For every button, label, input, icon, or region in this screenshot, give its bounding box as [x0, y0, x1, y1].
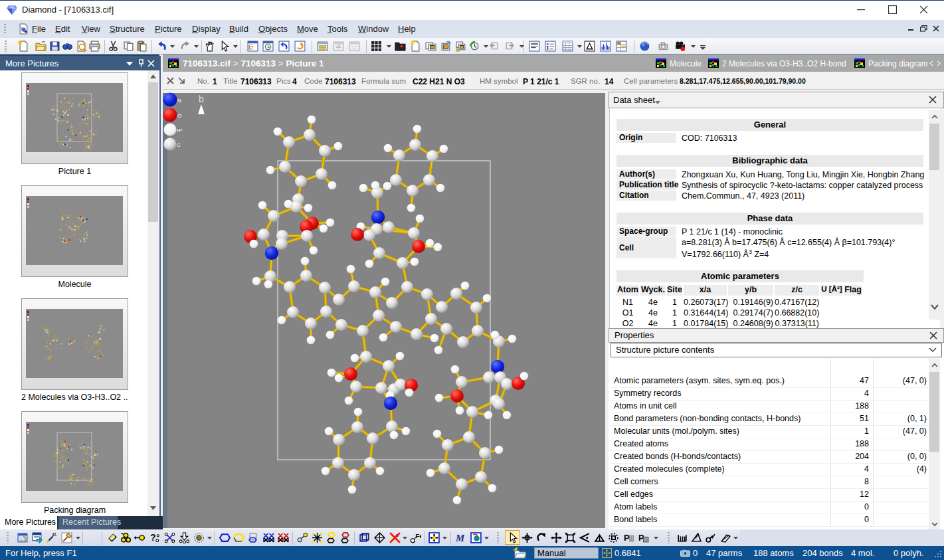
- svg-text:O: O: [177, 113, 181, 119]
- svg-text:C: C: [177, 142, 181, 148]
- svg-text:b: b: [199, 94, 204, 104]
- svg-text:P: P: [624, 533, 630, 543]
- svg-text:Fe: Fe: [416, 532, 422, 539]
- svg-text:N: N: [177, 98, 181, 104]
- svg-text:M: M: [455, 533, 465, 543]
- svg-text:?: ?: [150, 532, 155, 543]
- svg-text:H*: H*: [177, 128, 183, 134]
